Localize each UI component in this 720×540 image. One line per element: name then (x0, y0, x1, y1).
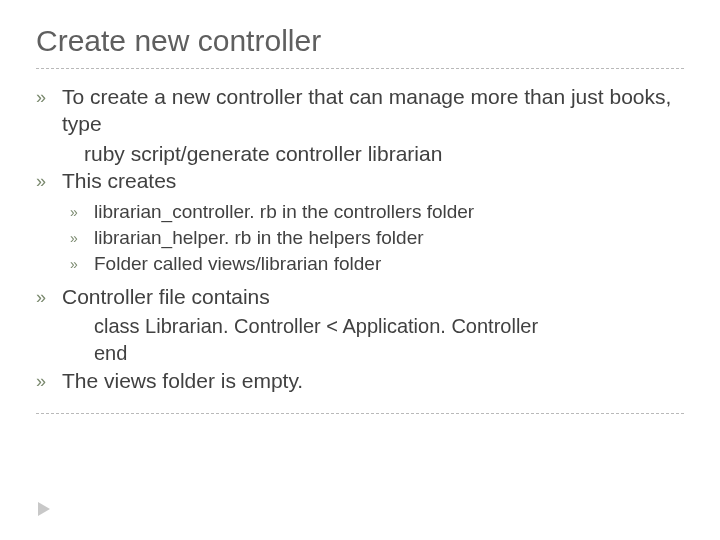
play-icon (38, 502, 50, 516)
bullet-icon: » (36, 283, 62, 311)
code-line: class Librarian. Controller < Applicatio… (36, 313, 684, 340)
divider-bottom (36, 413, 684, 414)
slide-title: Create new controller (36, 24, 684, 58)
list-item-text: librarian_controller. rb in the controll… (94, 199, 684, 225)
bullet-icon: » (36, 167, 62, 195)
bullet-list-level1: » To create a new controller that can ma… (36, 83, 684, 395)
list-item: » This creates (36, 167, 684, 195)
list-item: » Folder called views/librarian folder (70, 251, 684, 277)
bullet-icon: » (36, 367, 62, 395)
list-item-text: librarian_helper. rb in the helpers fold… (94, 225, 684, 251)
divider-top (36, 68, 684, 69)
bullet-icon: » (70, 199, 94, 225)
list-item-text: The views folder is empty. (62, 367, 684, 394)
list-item: » To create a new controller that can ma… (36, 83, 684, 138)
bullet-icon: » (36, 83, 62, 111)
list-item: » Controller file contains (36, 283, 684, 311)
code-line: end (36, 340, 684, 367)
list-item: » The views folder is empty. (36, 367, 684, 395)
bullet-icon: » (70, 251, 94, 277)
list-item-text: This creates (62, 167, 684, 194)
list-item: » librarian_controller. rb in the contro… (70, 199, 684, 225)
bullet-list-level2: » librarian_controller. rb in the contro… (36, 199, 684, 277)
list-item-text: Controller file contains (62, 283, 684, 310)
list-item-text: To create a new controller that can mana… (62, 83, 684, 138)
bullet-icon: » (70, 225, 94, 251)
list-item-text: Folder called views/librarian folder (94, 251, 684, 277)
code-line: ruby script/generate controller libraria… (36, 140, 684, 167)
list-item: » librarian_helper. rb in the helpers fo… (70, 225, 684, 251)
